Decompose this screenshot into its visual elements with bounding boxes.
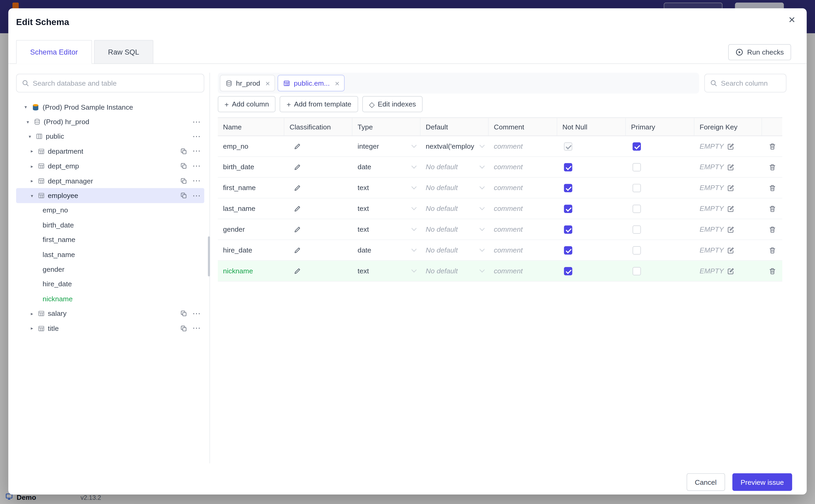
- edit-indexes-button[interactable]: ◇ Edit indexes: [362, 96, 423, 112]
- delete-column-button[interactable]: [769, 184, 776, 192]
- caret-down-icon[interactable]: ▾: [29, 193, 35, 198]
- delete-column-button[interactable]: [769, 143, 776, 150]
- add-column-button[interactable]: + Add column: [218, 96, 276, 112]
- database-search-input[interactable]: [33, 79, 199, 87]
- copy-icon[interactable]: [180, 177, 187, 184]
- default-select[interactable]: No default: [421, 157, 489, 177]
- more-menu-icon[interactable]: ⋯: [192, 118, 201, 126]
- column-name-cell[interactable]: birth_date: [218, 157, 284, 177]
- type-select[interactable]: date: [352, 157, 421, 177]
- default-select[interactable]: nextval('employ: [421, 136, 489, 156]
- comment-input[interactable]: [494, 246, 557, 254]
- caret-down-icon[interactable]: ▾: [27, 134, 33, 139]
- column-name-cell[interactable]: first_name: [218, 178, 284, 198]
- comment-input[interactable]: [494, 142, 557, 150]
- tree-item-column[interactable]: emp_no: [16, 203, 204, 218]
- delete-column-button[interactable]: [769, 246, 776, 254]
- tree-item-column[interactable]: birth_date: [16, 218, 204, 232]
- tree-scrollbar-thumb[interactable]: [208, 236, 210, 277]
- tree-item-column[interactable]: first_name: [16, 232, 204, 247]
- edit-foreign-key-button[interactable]: [727, 163, 734, 171]
- tree-item-schema[interactable]: ▾ public ⋯: [16, 129, 204, 144]
- type-select[interactable]: date: [352, 240, 421, 260]
- not-null-checkbox[interactable]: [564, 246, 572, 254]
- copy-icon[interactable]: [180, 325, 187, 332]
- tab-schema-editor[interactable]: Schema Editor: [16, 40, 92, 64]
- primary-checkbox[interactable]: [633, 267, 641, 275]
- tree-item-column-new[interactable]: nickname: [16, 292, 204, 306]
- type-select[interactable]: integer: [352, 136, 421, 156]
- tree-item-column[interactable]: last_name: [16, 247, 204, 262]
- tree-item-table-employee[interactable]: ▾ employee ⋯: [16, 188, 204, 203]
- more-menu-icon[interactable]: ⋯: [192, 162, 201, 170]
- more-menu-icon[interactable]: ⋯: [192, 132, 201, 141]
- default-select[interactable]: No default: [421, 240, 489, 260]
- close-icon[interactable]: ×: [789, 14, 795, 25]
- cancel-button[interactable]: Cancel: [687, 473, 725, 491]
- primary-checkbox[interactable]: [633, 246, 641, 254]
- more-menu-icon[interactable]: ⋯: [192, 324, 201, 333]
- default-select[interactable]: No default: [421, 178, 489, 198]
- type-select[interactable]: text: [352, 219, 421, 240]
- primary-checkbox[interactable]: [633, 184, 641, 192]
- caret-right-icon[interactable]: ▸: [29, 311, 35, 316]
- tree-item-table[interactable]: ▸ department ⋯: [16, 144, 204, 159]
- chip-table[interactable]: public.em... ×: [278, 75, 345, 91]
- comment-input[interactable]: [494, 225, 557, 233]
- column-name-cell[interactable]: hire_date: [218, 240, 284, 260]
- copy-icon[interactable]: [180, 310, 187, 317]
- edit-classification-button[interactable]: [293, 163, 301, 171]
- default-select[interactable]: No default: [421, 198, 489, 219]
- delete-column-button[interactable]: [769, 163, 776, 171]
- edit-foreign-key-button[interactable]: [727, 205, 734, 212]
- more-menu-icon[interactable]: ⋯: [192, 177, 201, 185]
- not-null-checkbox[interactable]: [564, 225, 572, 234]
- delete-column-button[interactable]: [769, 267, 776, 275]
- edit-foreign-key-button[interactable]: [727, 226, 734, 233]
- column-search-input[interactable]: [721, 79, 781, 87]
- preview-issue-button[interactable]: Preview issue: [732, 473, 792, 491]
- caret-right-icon[interactable]: ▸: [29, 163, 35, 169]
- comment-input[interactable]: [494, 205, 557, 212]
- not-null-checkbox[interactable]: [564, 163, 572, 171]
- column-name-cell[interactable]: gender: [218, 219, 284, 240]
- caret-down-icon[interactable]: ▾: [23, 104, 29, 110]
- caret-right-icon[interactable]: ▸: [29, 149, 35, 154]
- tree-item-database[interactable]: ▾ (Prod) hr_prod ⋯: [16, 114, 204, 129]
- comment-input[interactable]: [494, 267, 557, 275]
- not-null-checkbox[interactable]: [564, 184, 572, 192]
- edit-foreign-key-button[interactable]: [727, 143, 734, 150]
- type-select[interactable]: text: [352, 198, 421, 219]
- caret-right-icon[interactable]: ▸: [29, 326, 35, 331]
- column-name-cell[interactable]: last_name: [218, 198, 284, 219]
- type-select[interactable]: text: [352, 178, 421, 198]
- tree-item-column[interactable]: gender: [16, 262, 204, 277]
- chip-database[interactable]: hr_prod ×: [220, 75, 275, 91]
- tab-raw-sql[interactable]: Raw SQL: [94, 40, 153, 64]
- copy-icon[interactable]: [180, 192, 187, 199]
- add-from-template-button[interactable]: + Add from template: [280, 96, 358, 112]
- copy-icon[interactable]: [180, 163, 187, 169]
- tree-item-table[interactable]: ▸ dept_emp ⋯: [16, 159, 204, 173]
- caret-down-icon[interactable]: ▾: [25, 119, 31, 124]
- primary-checkbox[interactable]: [633, 225, 641, 234]
- edit-classification-button[interactable]: [293, 143, 301, 150]
- not-null-checkbox[interactable]: [564, 204, 572, 213]
- default-select[interactable]: No default: [421, 261, 489, 281]
- more-menu-icon[interactable]: ⋯: [192, 147, 201, 156]
- edit-foreign-key-button[interactable]: [727, 184, 734, 192]
- delete-column-button[interactable]: [769, 226, 776, 233]
- primary-checkbox[interactable]: [633, 204, 641, 213]
- close-icon[interactable]: ×: [265, 79, 270, 87]
- more-menu-icon[interactable]: ⋯: [192, 309, 201, 318]
- not-null-checkbox[interactable]: [564, 142, 572, 151]
- column-name-cell[interactable]: emp_no: [218, 136, 284, 156]
- tree-item-table[interactable]: ▸ salary ⋯: [16, 306, 204, 321]
- edit-classification-button[interactable]: [293, 226, 301, 233]
- column-name-cell[interactable]: nickname: [218, 261, 284, 281]
- copy-icon[interactable]: [180, 148, 187, 155]
- edit-classification-button[interactable]: [293, 267, 301, 275]
- comment-input[interactable]: [494, 163, 557, 171]
- caret-right-icon[interactable]: ▸: [29, 178, 35, 183]
- edit-classification-button[interactable]: [293, 184, 301, 192]
